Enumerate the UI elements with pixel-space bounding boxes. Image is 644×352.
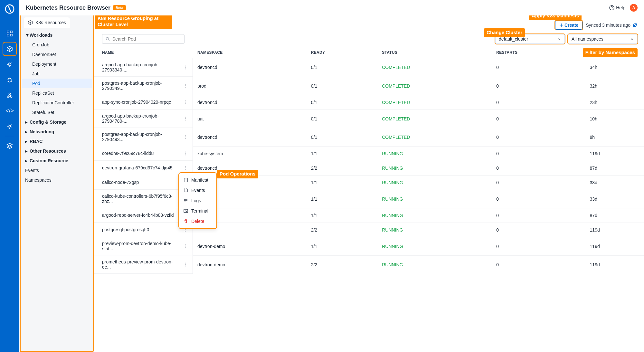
pod-name-link[interactable]: app-sync-cronjob-27904020-nrpqc (102, 100, 171, 105)
ctx-item-manifest[interactable]: Manifest (179, 175, 216, 185)
avatar[interactable]: A (630, 4, 638, 12)
svg-point-10 (9, 125, 11, 127)
sync-status: Synced 3 minutes ago (586, 23, 638, 28)
page-title: Kubernetes Resource Browser (26, 5, 110, 11)
row-menu-button[interactable]: ⋮ (181, 165, 189, 171)
table-row: coredns-7f9c69c78c-lldd8⋮kube-system1/1R… (94, 146, 644, 161)
cell-ready: 1/1 (307, 146, 378, 161)
row-menu-button[interactable]: ⋮ (181, 261, 189, 268)
pod-name-link[interactable]: argocd-app-backup-cronjob-27904780-... (102, 113, 181, 124)
rail-item-bug[interactable] (3, 73, 16, 86)
row-menu-button[interactable]: ⋮ (181, 82, 189, 89)
namespace-select[interactable]: All namespaces (568, 34, 638, 44)
chevron-down-icon (557, 37, 561, 41)
cell-restarts: 0 (492, 95, 585, 109)
cell-restarts: 0 (492, 223, 585, 237)
sidebar-group-config-storage[interactable]: ▸Config & Storage (21, 117, 93, 127)
search-input[interactable] (102, 34, 185, 44)
cell-age: 119d (585, 146, 644, 161)
row-menu-button[interactable]: ⋮ (181, 99, 189, 105)
header: Kubernetes Resource Browser Beta Help A (19, 0, 644, 15)
row-menu-button[interactable]: ⋮ (181, 64, 189, 71)
cell-status: COMPLETED (377, 95, 492, 109)
table-row: argocd-app-backup-cronjob-27904780-...⋮u… (94, 109, 644, 128)
pod-name-link[interactable]: argocd-repo-server-fc4b44b88-vzfld (102, 213, 174, 218)
pod-name-link[interactable]: preview-prom-devtron-demo-kube-stat... (102, 241, 181, 251)
cell-age: 32h (585, 77, 644, 95)
svg-rect-3 (7, 34, 9, 36)
pod-name-link[interactable]: postgres-app-backup-cronjob-2790493... (102, 132, 181, 142)
sidebar-group-workloads[interactable]: ▼Workloads (21, 30, 93, 40)
cell-age: 87d (585, 208, 644, 223)
sidebar-item-pod[interactable]: Pod (22, 79, 92, 88)
sidebar-group-other-resources[interactable]: ▸Other Resources (21, 146, 93, 156)
column-header-name: NAME (94, 47, 193, 58)
search-field[interactable] (112, 36, 181, 42)
row-menu-button[interactable]: ⋮ (181, 243, 189, 249)
cell-restarts: 0 (492, 58, 585, 77)
pod-name-link[interactable]: postgres-app-backup-cronjob-2790349... (102, 81, 181, 91)
sidebar-group-custom-resource[interactable]: ▸Custom Resource (21, 156, 93, 166)
table-row: postgres-app-backup-cronjob-2790349...⋮p… (94, 77, 644, 95)
create-button[interactable]: Create (555, 21, 583, 30)
ctx-item-events[interactable]: Events (179, 185, 216, 195)
pod-name-link[interactable]: argocd-app-backup-cronjob-27903340-... (102, 62, 181, 72)
callout-pod-ops: Pod Operations (217, 170, 258, 178)
cell-status: RUNNING (377, 175, 492, 190)
callout-grouping: K8s Resource Grouping at Cluster Level (95, 15, 172, 29)
sidebar-item-statefulset[interactable]: StatefulSet (21, 108, 93, 117)
content-area: Create Synced 3 minutes ago default_clus… (94, 15, 644, 352)
rail-item-apps[interactable] (3, 27, 16, 40)
cell-ready: 1/1 (307, 190, 378, 208)
rail-item-stack[interactable] (3, 139, 16, 152)
sidebar-item-replicationcontroller[interactable]: ReplicationController (21, 98, 93, 108)
pod-name-link[interactable]: postgresql-postgresql-0 (102, 227, 149, 232)
refresh-icon[interactable] (632, 23, 638, 28)
cell-restarts: 0 (492, 255, 585, 274)
cell-status: COMPLETED (377, 77, 492, 95)
cell-age: 119d (585, 223, 644, 237)
sidebar-item-replicaset[interactable]: ReplicaSet (21, 88, 93, 98)
cell-age: 8h (585, 128, 644, 146)
row-menu-button[interactable]: ⋮ (181, 150, 189, 157)
cell-ready: 1/1 (307, 175, 378, 190)
sidebar-item-daemonset[interactable]: DaemonSet (21, 50, 93, 59)
sidebar-item-job[interactable]: Job (21, 69, 93, 79)
pod-name-link[interactable]: calico-kube-controllers-6b7f95f6c8-zhz..… (102, 194, 181, 204)
left-nav-rail: </> (0, 0, 19, 352)
sidebar-item-namespaces[interactable]: Namespaces (21, 175, 93, 185)
table-row: calico-kube-controllers-6b7f95f6c8-zhz..… (94, 190, 644, 208)
sidebar-item-deployment[interactable]: Deployment (21, 59, 93, 69)
svg-rect-15 (184, 209, 188, 213)
row-menu-button[interactable]: ⋮ (181, 134, 189, 140)
rail-item-build[interactable] (3, 58, 16, 71)
sidebar-item-events[interactable]: Events (21, 166, 93, 175)
cell-namespace: devtroncd (193, 58, 307, 77)
sidebar-group-rbac[interactable]: ▸RBAC (21, 137, 93, 146)
ctx-item-terminal[interactable]: Terminal (179, 206, 216, 216)
pod-name-link[interactable]: prometheus-preview-prom-devtron-de... (102, 259, 181, 270)
pod-name-link[interactable]: devtron-grafana-679cd97c74-djq45 (102, 165, 173, 170)
rail-item-resource-browser[interactable] (3, 43, 16, 55)
pod-name-link[interactable]: calico-node-72gsp (102, 180, 139, 185)
cell-age: 10h (585, 109, 644, 128)
svg-rect-14 (184, 189, 187, 192)
svg-rect-1 (7, 31, 9, 33)
pod-name-link[interactable]: coredns-7f9c69c78c-lldd8 (102, 151, 154, 156)
ctx-item-logs[interactable]: Logs (179, 195, 216, 206)
sidebar-group-networking[interactable]: ▸Networking (21, 127, 93, 137)
cell-status: COMPLETED (377, 109, 492, 128)
rail-item-code[interactable]: </> (3, 104, 16, 117)
ctx-item-delete[interactable]: Delete (179, 216, 216, 226)
sidebar-tab-k8s-resources[interactable]: K8s Resources (24, 17, 70, 28)
table-row: postgresql-postgresql-0⋮2/2RUNNING0119d (94, 223, 644, 237)
column-header-restarts: RESTARTS (492, 47, 585, 58)
svg-rect-4 (10, 34, 12, 36)
rail-item-cluster[interactable] (3, 89, 16, 102)
rail-item-settings[interactable] (3, 120, 16, 133)
cell-ready: 0/1 (307, 58, 378, 77)
row-menu-button[interactable]: ⋮ (181, 115, 189, 122)
cell-status: RUNNING (377, 255, 492, 274)
sidebar-item-cronjob[interactable]: CronJob (21, 40, 93, 50)
help-link[interactable]: Help (609, 5, 625, 10)
